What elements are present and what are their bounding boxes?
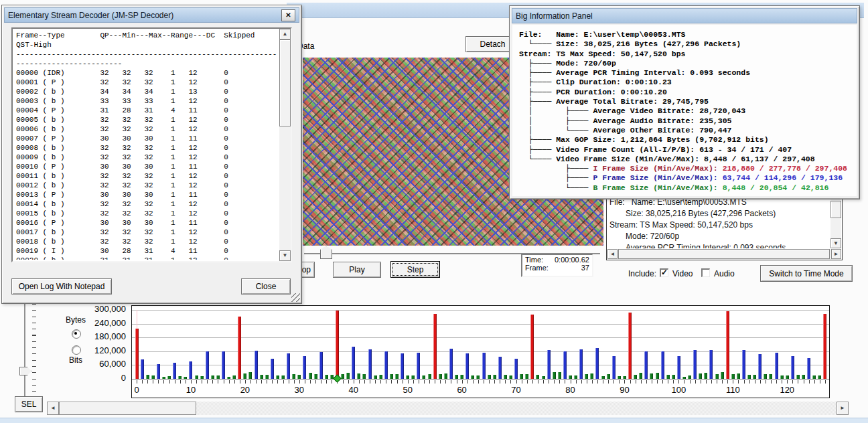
include-audio-checkbox[interactable]: [701, 268, 710, 277]
chart-hscroll-thumb[interactable]: [59, 402, 196, 415]
chart-scroll-left-button[interactable]: ◄: [47, 402, 59, 415]
chart-bar-b-frame: [634, 375, 637, 379]
chart-bar-p-frame: [547, 350, 551, 379]
y-axis-label: 0: [79, 373, 126, 384]
log-line: QST-High: [16, 40, 277, 50]
log-line: 00008 ( b ) 32 32 32 1 12 0: [16, 143, 277, 153]
vertical-zoom-slider[interactable]: [16, 301, 39, 398]
stream-info-box[interactable]: File: Name: E:\user\temp\00053.MTSSize: …: [606, 194, 843, 260]
chart-bar-b-frame: [476, 375, 480, 379]
resize-grip[interactable]: [291, 293, 300, 302]
chart-bar-b-frame: [455, 375, 458, 379]
close-window-button[interactable]: ✕: [281, 9, 295, 21]
x-axis-tick: [603, 380, 603, 384]
x-axis-tick: [814, 380, 815, 384]
x-axis-label: 30: [288, 385, 311, 395]
chart-bar-b-frame: [471, 375, 474, 379]
decoder-window-titlebar[interactable]: Elementary Stream Decoder (JM-SP Decoder…: [4, 7, 299, 23]
chart-bar-i-frame: [628, 313, 632, 379]
scroll-down-button[interactable]: ▼: [279, 250, 291, 261]
x-axis-tick: [733, 380, 733, 384]
chart-bar-b-frame: [265, 375, 269, 379]
time-frame-display: Time: 0:00:00.62 Frame: 37: [521, 254, 593, 277]
chart-bar-p-frame: [417, 353, 420, 379]
left-arrow-icon: ◄: [610, 252, 616, 257]
decoder-log-vscroll-thumb[interactable]: [279, 39, 291, 126]
step-button-label: Step: [407, 265, 424, 274]
x-axis-tick: [305, 380, 305, 384]
x-axis-tick: [321, 380, 321, 384]
chart-gridline: [132, 324, 829, 325]
x-axis-tick: [782, 380, 782, 384]
x-axis-tick: [424, 380, 425, 384]
chart-bar-p-frame: [255, 351, 258, 379]
x-axis-tick: [419, 380, 419, 384]
chart-bar-b-frame: [796, 375, 800, 379]
info-line: ├──── I Frame Size (Min/Ave/Max): 218,88…: [519, 164, 857, 173]
chart-bar-p-frame: [141, 359, 144, 379]
sel-button[interactable]: SEL: [15, 396, 43, 412]
scroll-up-button[interactable]: ▲: [279, 29, 291, 39]
scroll-left-button[interactable]: ◄: [607, 249, 618, 259]
decoder-window: Elementary Stream Decoder (JM-SP Decoder…: [1, 5, 302, 304]
chart-bar-p-frame: [465, 353, 469, 379]
x-axis-tick: [554, 380, 555, 384]
step-button[interactable]: Step: [390, 261, 440, 278]
x-axis-tick: [348, 380, 349, 384]
big-information-panel-titlebar[interactable]: Big Information Panel: [512, 8, 857, 23]
chart-bar-b-frame: [704, 373, 707, 379]
close-button[interactable]: Close: [241, 278, 291, 294]
info-line: ├──── Average Total Bitrate: 29,745,795: [519, 97, 857, 106]
chart-bar-b-frame: [672, 375, 675, 379]
chart-bar-b-frame: [379, 375, 382, 379]
x-axis-tick: [391, 380, 392, 384]
stream-info-hscrollbar[interactable]: ◄ ►: [607, 249, 841, 259]
vscroll-thumb[interactable]: [830, 201, 841, 218]
scroll-down-button[interactable]: ▼: [830, 238, 841, 248]
decoder-log-listbox[interactable]: Frame--Type QP---Min---Max--Range---DC S…: [11, 27, 292, 262]
x-axis-tick: [646, 380, 647, 384]
current-frame-marker[interactable]: [333, 374, 342, 383]
down-arrow-icon: ▼: [283, 253, 288, 258]
chart-bar-b-frame: [184, 377, 187, 379]
chart-bar-p-frame: [189, 361, 192, 379]
play-button[interactable]: Play: [333, 262, 381, 278]
chart-bar-b-frame: [585, 374, 588, 379]
chart-bar-b-frame: [553, 372, 556, 379]
chart-plot[interactable]: 0102030405060708090100110120: [131, 305, 830, 398]
x-axis-tick: [630, 380, 631, 384]
frame-value: 37: [581, 264, 589, 272]
chart-bar-b-frame: [650, 373, 653, 379]
stream-info-line: Size: 38,025,216 Bytes (427,296 Packets): [609, 208, 828, 220]
x-axis-tick: [571, 380, 571, 384]
x-axis-tick: [153, 380, 153, 384]
chart-bar-b-frame: [688, 375, 691, 379]
scroll-right-button[interactable]: ►: [831, 249, 841, 259]
y-axis-label: 240,000: [79, 318, 126, 329]
vslider-thumb[interactable]: [19, 367, 31, 375]
x-axis-tick: [532, 380, 533, 384]
chart-gridline: [132, 351, 829, 352]
open-log-button[interactable]: Open Log With Notepad: [11, 278, 112, 294]
x-axis-tick: [343, 380, 344, 384]
chart-bar-p-frame: [693, 350, 697, 379]
chart-gridline: [132, 365, 829, 365]
chart-bar-p-frame: [677, 356, 680, 379]
x-axis-tick: [776, 380, 777, 384]
include-video-checkbox[interactable]: ✓: [660, 268, 668, 277]
vslider-track[interactable]: [24, 303, 26, 396]
stream-info-vscrollbar[interactable]: ▼: [830, 195, 841, 248]
chart-hscrollbar[interactable]: ◄ ►: [47, 402, 849, 415]
log-line: 00010 ( P ) 30 30 30 1 11 0: [16, 162, 277, 171]
decoder-log-vscrollbar[interactable]: ▲ ▼: [279, 29, 291, 261]
chart-scroll-right-button[interactable]: ►: [837, 402, 849, 415]
chart-bar-p-frame: [709, 350, 713, 379]
seek-slider-thumb[interactable]: [320, 246, 332, 259]
chart-bar-b-frame: [747, 375, 751, 379]
switch-to-time-mode-button[interactable]: Switch to Time Mode: [760, 265, 853, 282]
hscroll-thumb[interactable]: [618, 249, 830, 259]
chart-bar-p-frame: [563, 351, 567, 379]
chart-bar-b-frame: [362, 374, 366, 379]
info-line: │ ├──── Average Video Bitrate: 28,720,04…: [519, 106, 857, 116]
info-line: │ └──── Average Other Bitrate: 790,447: [519, 126, 857, 135]
